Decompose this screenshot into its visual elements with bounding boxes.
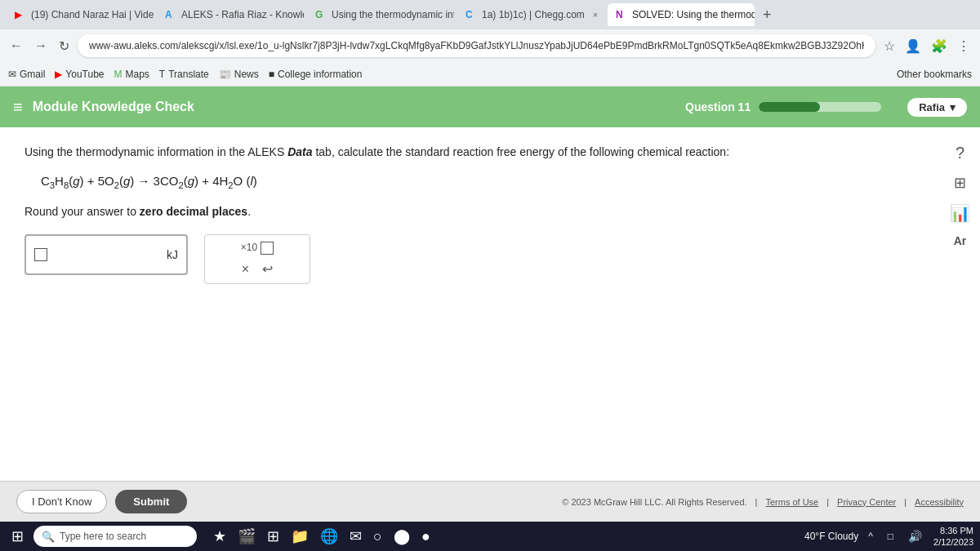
windows-start-button[interactable]: ⊞ [7,526,29,547]
tab-chegg[interactable]: C 1a) 1b)1c) | Chegg.com × [457,3,604,26]
bookmark-translate[interactable]: T Translate [159,69,209,80]
nav-refresh-button[interactable]: ↻ [56,35,73,57]
question-text: Using the thermodynamic information in t… [24,144,956,161]
user-name: Rafia [919,101,945,113]
bookmark-translate-label: Translate [168,69,209,80]
taskbar: ⊞ 🔍 Type here to search ★ 🎬 ⊞ 📁 🌐 ✉ ○ ⬤ … [0,522,980,551]
taskbar-app-mail[interactable]: ✉ [346,526,365,547]
user-badge[interactable]: Rafia ▾ [907,98,967,117]
taskbar-app-circle2[interactable]: ⬤ [390,526,413,547]
copyright-text: © 2023 McGraw Hill LLC. All Rights Reser… [562,497,746,507]
taskbar-right: 40°F Cloudy ^ □ 🔊 8:36 PM 2/12/2023 [804,525,973,549]
tab-favicon-youtube: ▶ [15,9,26,20]
gmail-icon: ✉ [8,69,16,80]
question-label: Question 11 [685,100,751,113]
taskbar-app-circle1[interactable]: ○ [370,527,385,547]
bookmark-college[interactable]: ■ College information [269,69,363,80]
progress-bar-fill [759,102,820,112]
footer-copyright: © 2023 McGraw Hill LLC. All Rights Reser… [562,497,964,507]
bookmark-maps[interactable]: M Maps [114,69,149,80]
content-footer: I Don't Know Submit © 2023 McGraw Hill L… [0,481,980,522]
dont-know-button[interactable]: I Don't Know [16,490,107,513]
taskbar-app-edge[interactable]: 🌐 [317,526,341,547]
tab-thermo[interactable]: G Using the thermodynamic inform... × [307,3,454,26]
other-bookmarks-label: Other bookmarks [897,69,972,80]
answer-section: kJ ×10 × ↩ [24,234,956,284]
bookmark-news-label: News [234,69,259,80]
bookmark-star-button[interactable]: ☆ [880,35,898,57]
exponent-actions: × ↩ [242,261,273,277]
taskbar-desktop-button[interactable]: □ [883,529,898,544]
tab-youtube[interactable]: ▶ (19) Chand Naraz Hai | Vide... × [7,3,154,26]
exp-undo-button[interactable]: ↩ [262,261,273,277]
bookmark-news[interactable]: 📰 News [219,69,259,80]
round-note: Round your answer to zero decimal places… [24,205,956,218]
progress-bar-container [759,102,881,112]
module-title: Module Knowledge Check [33,100,194,114]
tab-aleks[interactable]: A ALEKS - Rafia Riaz - Knowledge C × [157,3,304,26]
new-tab-button[interactable]: + [758,7,777,24]
news-icon: 📰 [219,69,231,80]
taskbar-app-circle3[interactable]: ● [418,527,434,547]
taskbar-search-text: Type here to search [60,531,146,542]
bookmark-gmail[interactable]: ✉ Gmail [8,69,45,80]
taskbar-search-bar[interactable]: 🔍 Type here to search [33,526,197,547]
tab-favicon-thermo: G [315,9,327,20]
weather-text: 40°F Cloudy [804,531,858,542]
taskbar-app-video[interactable]: 🎬 [234,526,259,547]
exponent-panel: ×10 × ↩ [204,234,310,284]
tab-label-thermo: Using the thermodynamic inform... [332,9,454,20]
answer-cursor-indicator [34,248,47,261]
chevron-down-icon: ▾ [950,101,956,113]
other-bookmarks[interactable]: Other bookmarks [897,69,972,80]
nav-back-button[interactable]: ← [7,35,26,56]
accessibility-link[interactable]: Accessibility [915,497,964,507]
aleks-header: ≡ Module Knowledge Check Question 11 Raf… [0,87,980,127]
terms-link[interactable]: Terms of Use [765,497,818,507]
bookmarks-bar: ✉ Gmail ▶ YouTube M Maps T Translate 📰 N… [0,62,980,87]
bookmark-youtube[interactable]: ▶ YouTube [55,69,104,80]
tab-label-chegg: 1a) 1b)1c) | Chegg.com [482,9,585,20]
menu-button[interactable]: ⋮ [954,35,973,57]
taskbar-clock[interactable]: 8:36 PM 2/12/2023 [933,525,973,549]
table-icon-button[interactable]: ⊞ [950,174,970,192]
translate-icon: T [159,69,165,80]
answer-input-container: kJ [24,234,188,275]
separator2: | [826,497,829,507]
exp-close-button[interactable]: × [242,262,249,277]
taskbar-caret-button[interactable]: ^ [863,529,878,544]
taskbar-volume-button[interactable]: 🔊 [903,528,927,544]
data-tab-label: Data [287,145,312,158]
extensions-button[interactable]: 🧩 [928,35,951,57]
nav-forward-button[interactable]: → [31,35,51,56]
tab-favicon-solved: N [616,9,627,20]
tab-label-aleks: ALEKS - Rafia Riaz - Knowledge C [181,9,304,20]
hamburger-menu-button[interactable]: ≡ [13,98,23,117]
submit-button[interactable]: Submit [115,490,187,513]
tab-label-solved: SOLVED: Using the thermodynam... [632,9,755,20]
question-label-container: Question 11 [685,100,881,113]
main-content: ≡ Module Knowledge Check Question 11 Raf… [0,87,980,522]
college-icon: ■ [269,69,274,80]
taskbar-sys-icons: 40°F Cloudy ^ □ 🔊 [804,528,927,544]
tab-close-chegg[interactable]: × [593,10,598,20]
right-sidebar: ? ⊞ 📊 Ar [950,144,970,247]
taskbar-app-grid[interactable]: ⊞ [264,526,283,547]
maps-icon: M [114,69,122,80]
tab-solved[interactable]: N SOLVED: Using the thermodynam... × [608,3,755,26]
unit-label: kJ [167,248,178,261]
chart-icon-button[interactable]: 📊 [950,203,970,223]
answer-input[interactable] [52,248,163,261]
privacy-link[interactable]: Privacy Center [837,497,896,507]
address-bar-input[interactable] [78,34,875,57]
browser-actions: ☆ 👤 🧩 ⋮ [880,35,973,57]
bookmark-college-label: College information [278,69,362,80]
taskbar-app-folder[interactable]: 📁 [287,526,312,547]
ar-icon-button[interactable]: Ar [950,234,970,247]
exponent-input-box[interactable] [261,242,274,255]
bookmark-gmail-label: Gmail [20,69,45,80]
profile-button[interactable]: 👤 [902,35,924,57]
separator3: | [904,497,906,507]
taskbar-app-star[interactable]: ★ [210,526,229,547]
help-icon-button[interactable]: ? [950,144,970,162]
